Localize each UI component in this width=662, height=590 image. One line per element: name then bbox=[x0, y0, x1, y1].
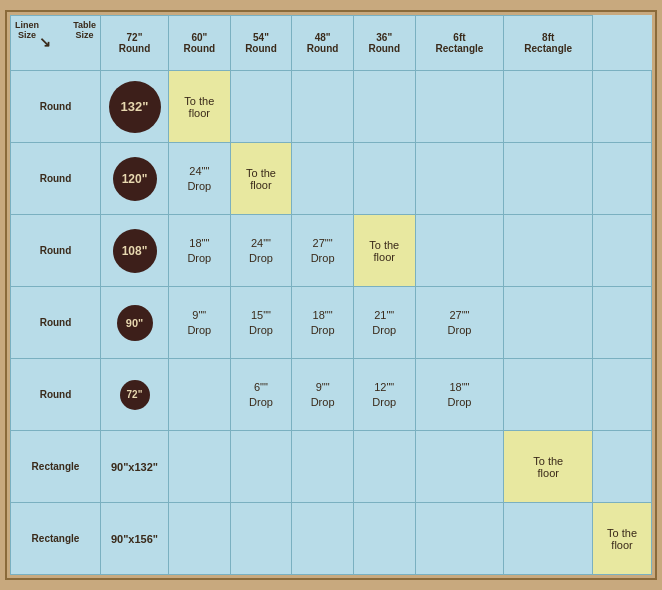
cell-4-5 bbox=[504, 359, 593, 431]
circle-2: 108" bbox=[113, 229, 157, 273]
row-size-1: 120" bbox=[101, 143, 169, 215]
cell-4-3: 12""Drop bbox=[353, 359, 415, 431]
diagonal-arrow: ↘ bbox=[39, 34, 51, 50]
row-type-2: Round bbox=[11, 215, 101, 287]
cell-6-1 bbox=[230, 503, 292, 575]
cell-6-4 bbox=[415, 503, 504, 575]
cell-1-3 bbox=[353, 143, 415, 215]
row-type-6: Rectangle bbox=[11, 503, 101, 575]
table-container: LinenSize TableSize ↘ 72"Round 60"Round … bbox=[10, 15, 652, 575]
cell-5-2 bbox=[292, 431, 354, 503]
size-text-5: 90"x132" bbox=[111, 461, 158, 473]
col-header-4: 36"Round bbox=[353, 16, 415, 71]
col-header-6: 8ftRectangle bbox=[504, 16, 593, 71]
cell-5-0 bbox=[169, 431, 231, 503]
col-header-2: 54"Round bbox=[230, 16, 292, 71]
row-type-3: Round bbox=[11, 287, 101, 359]
col-header-5: 6ftRectangle bbox=[415, 16, 504, 71]
cell-2-0: 18""Drop bbox=[169, 215, 231, 287]
col-header-3: 48"Round bbox=[292, 16, 354, 71]
cell-5-3 bbox=[353, 431, 415, 503]
cell-2-1: 24""Drop bbox=[230, 215, 292, 287]
cell-1-0: 24""Drop bbox=[169, 143, 231, 215]
cell-5-4 bbox=[415, 431, 504, 503]
cell-0-1 bbox=[230, 71, 292, 143]
cell-3-2: 18""Drop bbox=[292, 287, 354, 359]
row-size-6: 90"x156" bbox=[101, 503, 169, 575]
cell-6-3 bbox=[353, 503, 415, 575]
cell-4-2: 9""Drop bbox=[292, 359, 354, 431]
cell-3-6 bbox=[593, 287, 652, 359]
row-size-5: 90"x132" bbox=[101, 431, 169, 503]
cell-6-2 bbox=[292, 503, 354, 575]
col-header-0: 72"Round bbox=[101, 16, 169, 71]
cell-1-1: To thefloor bbox=[230, 143, 292, 215]
cell-1-4 bbox=[415, 143, 504, 215]
cell-3-1: 15""Drop bbox=[230, 287, 292, 359]
circle-3: 90" bbox=[117, 305, 153, 341]
cell-5-1 bbox=[230, 431, 292, 503]
cell-0-0: To thefloor bbox=[169, 71, 231, 143]
row-size-3: 90" bbox=[101, 287, 169, 359]
cell-2-3: To thefloor bbox=[353, 215, 415, 287]
col-header-1: 60"Round bbox=[169, 16, 231, 71]
cell-0-2 bbox=[292, 71, 354, 143]
row-size-0: 132" bbox=[101, 71, 169, 143]
cell-4-0 bbox=[169, 359, 231, 431]
cell-6-0 bbox=[169, 503, 231, 575]
cell-3-5 bbox=[504, 287, 593, 359]
row-type-0: Round bbox=[11, 71, 101, 143]
row-size-2: 108" bbox=[101, 215, 169, 287]
cell-0-6 bbox=[593, 71, 652, 143]
cell-2-6 bbox=[593, 215, 652, 287]
cell-4-4: 18""Drop bbox=[415, 359, 504, 431]
cell-2-4 bbox=[415, 215, 504, 287]
row-type-1: Round bbox=[11, 143, 101, 215]
linen-label-header: LinenSize bbox=[15, 20, 39, 40]
cell-2-5 bbox=[504, 215, 593, 287]
cell-4-1: 6""Drop bbox=[230, 359, 292, 431]
circle-4: 72" bbox=[120, 380, 150, 410]
cell-3-3: 21""Drop bbox=[353, 287, 415, 359]
size-text-6: 90"x156" bbox=[111, 533, 158, 545]
cell-0-5 bbox=[504, 71, 593, 143]
cell-3-0: 9""Drop bbox=[169, 287, 231, 359]
cell-5-5: To thefloor bbox=[504, 431, 593, 503]
corner-header: LinenSize TableSize ↘ bbox=[11, 16, 101, 71]
table-size-label-header: TableSize bbox=[73, 20, 96, 40]
linen-chart-wrapper: LinenSize TableSize ↘ 72"Round 60"Round … bbox=[5, 10, 657, 580]
cell-0-3 bbox=[353, 71, 415, 143]
cell-2-2: 27""Drop bbox=[292, 215, 354, 287]
cell-4-6 bbox=[593, 359, 652, 431]
cell-6-5 bbox=[504, 503, 593, 575]
cell-3-4: 27""Drop bbox=[415, 287, 504, 359]
cell-0-4 bbox=[415, 71, 504, 143]
cell-1-6 bbox=[593, 143, 652, 215]
cell-6-6: To thefloor bbox=[593, 503, 652, 575]
linen-table: LinenSize TableSize ↘ 72"Round 60"Round … bbox=[10, 15, 652, 575]
circle-1: 120" bbox=[113, 157, 157, 201]
cell-1-2 bbox=[292, 143, 354, 215]
cell-1-5 bbox=[504, 143, 593, 215]
row-type-5: Rectangle bbox=[11, 431, 101, 503]
circle-0: 132" bbox=[109, 81, 161, 133]
cell-5-6 bbox=[593, 431, 652, 503]
row-size-4: 72" bbox=[101, 359, 169, 431]
row-type-4: Round bbox=[11, 359, 101, 431]
